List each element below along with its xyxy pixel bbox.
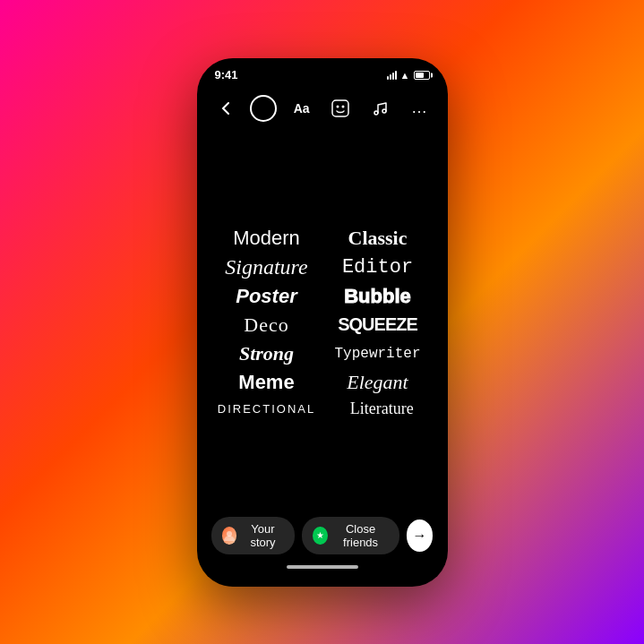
text-icon: Aa <box>294 101 310 116</box>
circle-button[interactable] <box>250 95 277 122</box>
status-time: 9:41 <box>215 68 238 82</box>
font-item-literature[interactable]: Literature <box>337 399 426 418</box>
back-button[interactable] <box>211 94 240 123</box>
close-friends-label: Close friends <box>333 522 389 549</box>
font-row: DecoSQUEEZE <box>197 313 448 337</box>
font-item-typewriter[interactable]: Typewriter <box>333 346 423 362</box>
toolbar: Aa … <box>197 87 448 130</box>
font-item-deco[interactable]: Deco <box>222 313 312 337</box>
svg-point-3 <box>374 111 378 115</box>
more-icon: … <box>411 99 426 117</box>
your-story-avatar <box>222 527 236 545</box>
svg-point-2 <box>342 105 345 107</box>
your-story-button[interactable]: Your story <box>211 517 296 554</box>
battery-icon <box>414 71 430 80</box>
font-item-editor[interactable]: Editor <box>333 256 423 279</box>
font-item-poster[interactable]: Poster <box>222 285 312 308</box>
font-row: DIRECTIONALLiterature <box>197 399 448 418</box>
status-bar: 9:41 ▲ <box>197 58 448 83</box>
sticker-button[interactable] <box>326 94 355 123</box>
font-item-elegant[interactable]: Elegant <box>333 371 423 394</box>
font-item-meme[interactable]: Meme <box>222 371 312 394</box>
font-item-strong[interactable]: Strong <box>222 342 312 365</box>
home-indicator <box>287 565 358 569</box>
music-button[interactable] <box>365 94 394 123</box>
font-row: PosterBubble <box>197 285 448 308</box>
font-item-squeeze[interactable]: SQUEEZE <box>333 314 423 335</box>
svg-point-1 <box>337 105 339 107</box>
send-button[interactable]: → <box>407 519 434 552</box>
more-button[interactable]: … <box>404 94 433 123</box>
font-row: SignatureEditor <box>197 255 448 279</box>
action-row: Your story ★ Close friends → <box>211 517 434 554</box>
font-item-directional[interactable]: DIRECTIONAL <box>218 402 315 416</box>
signal-icon <box>387 71 397 80</box>
font-item-modern[interactable]: Modern <box>222 227 312 250</box>
svg-point-4 <box>382 109 386 113</box>
text-button[interactable]: Aa <box>288 94 316 123</box>
your-story-label: Your story <box>242 522 284 549</box>
font-item-bubble[interactable]: Bubble <box>333 285 423 308</box>
font-item-classic[interactable]: Classic <box>333 227 423 250</box>
font-row: ModernClassic <box>197 227 448 250</box>
font-list: ModernClassicSignatureEditorPosterBubble… <box>197 130 448 506</box>
font-row: MemeElegant <box>197 371 448 394</box>
phone-frame: 9:41 ▲ Aa <box>197 58 448 587</box>
bottom-section: Your story ★ Close friends → <box>197 506 448 587</box>
svg-rect-0 <box>332 100 348 116</box>
close-friends-avatar: ★ <box>313 527 327 545</box>
send-icon: → <box>413 528 427 544</box>
font-row: StrongTypewriter <box>197 342 448 365</box>
wifi-icon: ▲ <box>400 70 410 81</box>
font-item-signature[interactable]: Signature <box>222 255 312 279</box>
close-friends-button[interactable]: ★ Close friends <box>302 517 399 554</box>
status-icons: ▲ <box>387 70 430 81</box>
